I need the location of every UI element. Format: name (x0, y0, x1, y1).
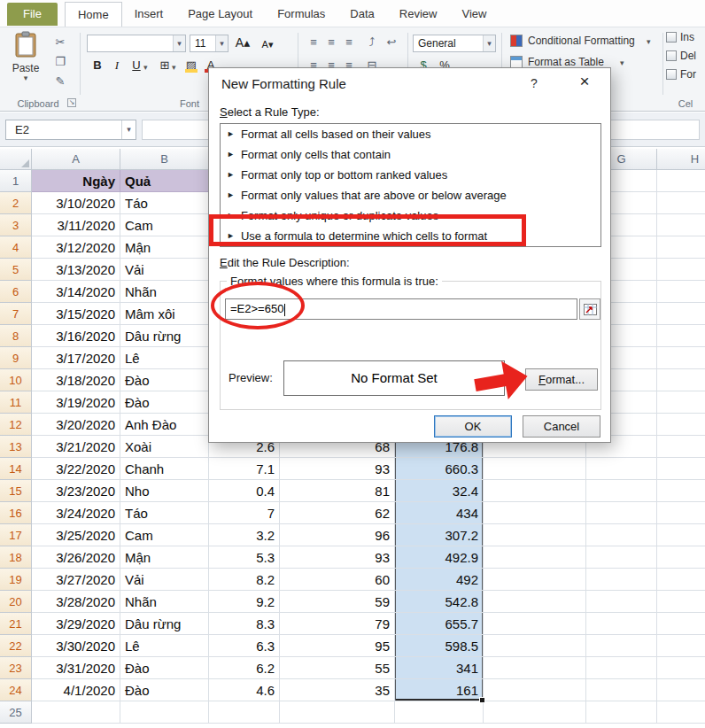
sheet-cell[interactable]: 3/10/2020 (32, 192, 120, 214)
row-header[interactable]: 20 (0, 591, 32, 613)
sheet-cell[interactable] (657, 546, 705, 569)
rule-type-option[interactable]: ►Format all cells based on their values (221, 124, 600, 144)
sheet-cell[interactable] (484, 480, 586, 502)
sheet-cell[interactable]: 660.3 (395, 458, 484, 480)
row-header[interactable]: 25 (0, 701, 32, 724)
sheet-cell[interactable] (586, 524, 657, 546)
dialog-help-button[interactable]: ? (521, 74, 547, 93)
sheet-cell[interactable]: 3/21/2020 (32, 436, 120, 458)
sheet-cell[interactable] (657, 613, 705, 635)
tab-review[interactable]: Review (387, 2, 450, 27)
sheet-cell[interactable]: 3/28/2020 (32, 591, 120, 613)
sheet-cell[interactable] (484, 546, 586, 569)
sheet-cell[interactable]: 4/1/2020 (32, 679, 120, 701)
sheet-cell[interactable]: Táo (120, 502, 209, 524)
row-header[interactable]: 19 (0, 569, 32, 591)
tab-file[interactable]: File (7, 3, 58, 26)
sheet-cell[interactable]: 7.1 (209, 458, 280, 480)
bold-button[interactable]: B (89, 58, 106, 74)
sheet-cell[interactable] (657, 369, 705, 391)
sheet-cell[interactable] (657, 281, 705, 303)
row-header[interactable]: 8 (0, 325, 32, 347)
sheet-cell[interactable]: 492 (395, 569, 484, 591)
sheet-cell[interactable]: Cam (120, 214, 209, 236)
sheet-cell[interactable] (586, 480, 657, 502)
row-header[interactable]: 23 (0, 657, 32, 679)
sheet-cell[interactable]: 32.4 (395, 480, 484, 502)
sheet-cell[interactable]: Mâm xôi (120, 303, 209, 325)
chevron-down-icon[interactable]: ▾ (173, 35, 185, 51)
sheet-cell[interactable] (657, 214, 705, 236)
row-header[interactable]: 17 (0, 524, 32, 546)
sheet-cell[interactable]: Dâu rừng (120, 325, 209, 347)
sheet-cell[interactable] (484, 657, 586, 679)
sheet-cell[interactable] (657, 259, 705, 281)
row-header[interactable]: 12 (0, 414, 32, 436)
sheet-cell[interactable]: Lê (120, 347, 209, 369)
sheet-cell[interactable] (280, 701, 395, 724)
borders-dropdown-icon[interactable]: ▾ (172, 63, 176, 72)
underline-dropdown-icon[interactable]: ▾ (143, 63, 148, 72)
row-header[interactable]: 7 (0, 303, 32, 325)
sheet-cell[interactable] (120, 701, 209, 724)
tab-view[interactable]: View (449, 2, 499, 27)
sheet-cell[interactable]: 3/24/2020 (32, 502, 120, 524)
borders-button[interactable]: ⊞ (156, 58, 174, 74)
sheet-cell[interactable] (657, 657, 705, 679)
sheet-cell[interactable] (657, 236, 705, 259)
sheet-cell[interactable] (484, 701, 586, 724)
sheet-cell[interactable]: Nho (120, 480, 209, 502)
copy-button[interactable]: ❐ (51, 54, 69, 70)
sheet-cell[interactable]: 655.7 (395, 613, 484, 635)
sheet-cell[interactable]: 492.9 (395, 546, 484, 569)
sheet-cell[interactable]: Vải (120, 569, 209, 591)
row-header[interactable]: 18 (0, 546, 32, 569)
sheet-cell[interactable]: Nhãn (120, 591, 209, 613)
select-all-corner[interactable] (0, 149, 32, 170)
sheet-cell[interactable] (32, 701, 120, 724)
conditional-formatting-dropdown-icon[interactable]: ▾ (647, 37, 651, 46)
align-top-icon[interactable]: ≡ (305, 35, 322, 50)
fill-color-button[interactable]: ▨ (182, 58, 200, 74)
sheet-cell[interactable]: 96 (280, 524, 395, 546)
row-header[interactable]: 10 (0, 369, 32, 391)
sheet-cell[interactable]: 3/19/2020 (32, 391, 120, 414)
sheet-cell[interactable] (657, 325, 705, 347)
sheet-cell[interactable] (586, 502, 657, 524)
sheet-cell[interactable]: 3/29/2020 (32, 613, 120, 635)
sheet-cell[interactable] (484, 502, 586, 524)
sheet-cell[interactable]: 8.2 (209, 569, 280, 591)
format-as-table-dropdown-icon[interactable]: ▾ (620, 58, 624, 67)
sheet-cell[interactable]: Nhãn (120, 281, 209, 303)
cut-button[interactable]: ✂ (51, 35, 69, 50)
sheet-cell[interactable]: Táo (120, 192, 209, 214)
sheet-cell[interactable]: 59 (280, 591, 395, 613)
sheet-cell[interactable]: 3/27/2020 (32, 569, 120, 591)
align-bottom-icon[interactable]: ≡ (340, 35, 358, 50)
name-box[interactable]: E2 ▾ (5, 120, 136, 140)
sheet-cell[interactable] (484, 524, 586, 546)
sheet-cell[interactable] (586, 458, 657, 480)
sheet-cell[interactable]: 5.3 (209, 546, 280, 569)
sheet-cell[interactable]: Đào (120, 679, 209, 701)
range-picker-button[interactable] (579, 298, 600, 320)
sheet-cell[interactable] (657, 591, 705, 613)
column-header[interactable]: H (657, 149, 705, 170)
sheet-cell[interactable]: 3/18/2020 (32, 369, 120, 391)
sheet-cell[interactable]: 3.2 (209, 524, 280, 546)
chevron-down-icon[interactable]: ▾ (215, 35, 228, 51)
sheet-cell[interactable]: 434 (395, 502, 484, 524)
ok-button[interactable]: OK (434, 415, 512, 438)
sheet-cell[interactable] (657, 635, 705, 657)
sheet-cell[interactable] (657, 458, 705, 480)
orientation-icon[interactable]: ⤴ (363, 35, 381, 50)
sheet-cell[interactable] (657, 569, 705, 591)
sheet-cell[interactable] (657, 480, 705, 502)
sheet-cell[interactable]: 95 (280, 635, 395, 657)
rule-type-option[interactable]: ►Format only cells that contain (221, 144, 600, 165)
underline-button[interactable]: U (128, 58, 145, 74)
sheet-cell[interactable]: 79 (280, 613, 395, 635)
sheet-cell[interactable]: 542.8 (395, 591, 484, 613)
row-header[interactable]: 6 (0, 281, 32, 303)
sheet-cell[interactable] (657, 170, 705, 192)
